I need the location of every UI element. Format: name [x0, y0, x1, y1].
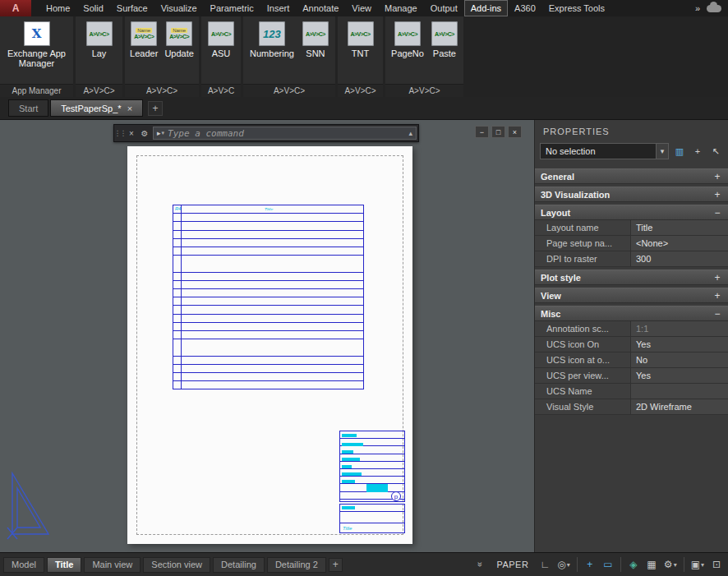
annotation-scale-value[interactable]: 1:1: [630, 321, 728, 336]
page-setup-value[interactable]: <None>: [630, 236, 728, 251]
ortho-icon[interactable]: ∟: [537, 556, 553, 574]
expand-icon[interactable]: +: [712, 272, 722, 283]
panel-footer-avc-5[interactable]: A>V>C>: [338, 84, 383, 97]
numbering-button[interactable]: 123 Numbering: [248, 20, 296, 60]
cloud-icon[interactable]: [707, 5, 721, 12]
ucs-name-value[interactable]: [630, 384, 728, 399]
panel-footer-avc-3[interactable]: A>V>C: [201, 84, 241, 97]
isodraft-icon[interactable]: ◎▾: [555, 556, 573, 574]
customize-wrench-icon[interactable]: ⚙: [138, 125, 151, 141]
section-misc[interactable]: Misc −: [535, 306, 728, 321]
ucs-per-viewport-value[interactable]: Yes: [630, 368, 728, 383]
paper-space-toggle[interactable]: PAPER: [490, 560, 535, 569]
annotation-autoscale-icon[interactable]: ▭: [600, 556, 616, 574]
section-3d-visualization[interactable]: 3D Visualization +: [535, 187, 728, 202]
projection-symbol: p: [391, 491, 401, 501]
menubar: A Home Solid Surface Visualize Parametri…: [0, 0, 728, 16]
paste-button[interactable]: A>V>C> Paste: [430, 20, 459, 60]
quick-properties-icon[interactable]: ▦: [643, 556, 660, 574]
dpi-to-raster-value[interactable]: 300: [630, 251, 728, 266]
command-input[interactable]: [168, 128, 405, 139]
property-row: Annotation sc... 1:1: [535, 321, 728, 337]
title-block-label: Title: [343, 526, 352, 531]
toggle-pickadd-icon[interactable]: +: [690, 144, 705, 159]
object-isolate-icon[interactable]: ▣▾: [689, 556, 707, 574]
name-tag-icon: NameA>V>C>: [166, 21, 192, 46]
collapse-icon[interactable]: −: [712, 207, 722, 219]
ribbon-panel-leader-update: NameA>V>C> Leader NameA>V>C> Update A>V>…: [125, 16, 199, 97]
ucs-icon-on-value[interactable]: Yes: [630, 337, 728, 352]
drawing-canvas[interactable]: ⋮⋮ × ⚙ ▸▾ ▴ − □ × R4 Title: [0, 120, 534, 552]
ribbon-panel-asu: A>V>C> ASU A>V>C: [201, 16, 241, 97]
asu-button[interactable]: A>V>C> ASU: [206, 20, 236, 60]
tab-insert[interactable]: Insert: [260, 0, 297, 16]
chevron-down-icon[interactable]: ▾: [656, 144, 668, 159]
tab-manage[interactable]: Manage: [378, 0, 424, 16]
panel-footer-avc-4[interactable]: A>V>C>: [243, 84, 335, 97]
tab-view[interactable]: View: [345, 0, 378, 16]
lay-button[interactable]: A>V>C> Lay: [85, 20, 114, 60]
tab-a360[interactable]: A360: [508, 0, 542, 16]
layout-tab-detailing[interactable]: Detailing: [213, 557, 265, 573]
file-tab-start[interactable]: Start: [8, 99, 48, 117]
quick-select-icon[interactable]: ▥: [672, 144, 687, 159]
exchange-app-manager-button[interactable]: X Exchange App Manager: [2, 20, 71, 70]
ucs-icon-at-origin-value[interactable]: No: [630, 353, 728, 367]
tab-add-ins[interactable]: Add-ins: [464, 0, 508, 16]
select-objects-icon[interactable]: ↖: [708, 144, 723, 159]
panel-footer-avc-1[interactable]: A>V>C>: [76, 84, 122, 97]
command-history-icon[interactable]: ▴: [408, 129, 412, 137]
collapse-icon[interactable]: −: [712, 308, 722, 320]
update-button[interactable]: NameA>V>C> Update: [163, 20, 195, 60]
visual-style-value[interactable]: 2D Wireframe: [630, 399, 728, 414]
close-tab-icon[interactable]: ×: [127, 104, 132, 113]
tab-output[interactable]: Output: [424, 0, 464, 16]
file-tab-testpapersp[interactable]: TestPaperSp_* ×: [50, 99, 143, 117]
window-controls: − □ ×: [475, 126, 522, 138]
panel-footer-avc-2[interactable]: A>V>C>: [125, 84, 199, 97]
tab-home[interactable]: Home: [39, 0, 76, 16]
command-grip-icon[interactable]: ⋮⋮: [114, 125, 125, 141]
layout-tab-section-view[interactable]: Section view: [143, 557, 210, 573]
tab-annotate[interactable]: Annotate: [296, 0, 345, 16]
expand-icon[interactable]: +: [712, 290, 722, 302]
tab-express-tools[interactable]: Express Tools: [542, 0, 611, 16]
tab-overflow-icon[interactable]: »: [695, 3, 700, 13]
chevron-double-down-icon[interactable]: «: [474, 562, 484, 567]
tnt-button[interactable]: A>V>C> TNT: [346, 20, 376, 60]
layout-tab-model[interactable]: Model: [3, 557, 44, 573]
minimize-window-icon[interactable]: −: [475, 126, 489, 138]
selection-dropdown[interactable]: No selection ▾: [540, 143, 669, 159]
pageno-button[interactable]: A>V>C> PageNo: [389, 20, 426, 60]
restore-window-icon[interactable]: □: [491, 126, 505, 138]
tab-surface[interactable]: Surface: [110, 0, 154, 16]
ribbon: X Exchange App Manager App Manager A>V>C…: [0, 16, 728, 97]
annotation-visibility-icon[interactable]: +: [582, 556, 598, 574]
section-general[interactable]: General +: [535, 168, 728, 184]
tab-solid[interactable]: Solid: [76, 0, 109, 16]
panel-footer-avc-6[interactable]: A>V>C>: [385, 84, 463, 97]
layout-name-value[interactable]: Title: [630, 220, 728, 235]
ribbon-panel-tnt: A>V>C> TNT A>V>C>: [338, 16, 383, 97]
leader-button[interactable]: NameA>V>C> Leader: [128, 20, 159, 60]
autocad-logo-icon[interactable]: A: [0, 0, 31, 16]
section-view[interactable]: View +: [535, 288, 728, 303]
tab-visualize[interactable]: Visualize: [154, 0, 204, 16]
layout-tab-title[interactable]: Title: [47, 557, 81, 573]
snn-button[interactable]: A>V>C> SNN: [301, 20, 330, 60]
close-window-icon[interactable]: ×: [508, 126, 522, 138]
close-command-icon[interactable]: ×: [125, 125, 138, 141]
layout-tab-detailing-2[interactable]: Detailing 2: [267, 557, 326, 573]
layout-tab-main-view[interactable]: Main view: [84, 557, 141, 573]
section-plot-style[interactable]: Plot style +: [535, 270, 728, 285]
panel-footer-app-manager[interactable]: App Manager: [0, 84, 73, 97]
new-drawing-button[interactable]: +: [148, 101, 163, 116]
new-layout-button[interactable]: +: [329, 558, 343, 572]
section-layout[interactable]: Layout −: [535, 205, 728, 220]
expand-icon[interactable]: +: [712, 171, 722, 182]
annotation-scale-icon[interactable]: ◈: [625, 556, 642, 574]
graphics-performance-icon[interactable]: ⊡: [708, 556, 725, 574]
expand-icon[interactable]: +: [712, 189, 722, 200]
workspace-gear-icon[interactable]: ⚙▾: [661, 556, 680, 574]
tab-parametric[interactable]: Parametric: [204, 0, 260, 16]
